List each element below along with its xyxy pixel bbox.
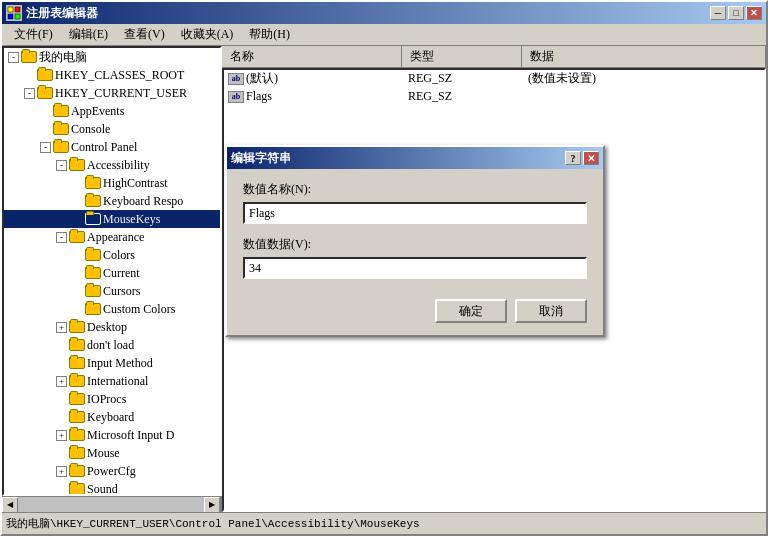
dialog-content: 数值名称(N): 数值数据(V): 确定 取消: [227, 169, 603, 335]
value-name-label: 数值名称(N):: [243, 181, 587, 198]
dialog-ok-button[interactable]: 确定: [435, 299, 507, 323]
dialog-title: 编辑字符串: [231, 150, 291, 167]
dialog-close-button[interactable]: ✕: [583, 151, 599, 165]
dialog-help-button[interactable]: ?: [565, 151, 581, 165]
dialog-title-bar: 编辑字符串 ? ✕: [227, 147, 603, 169]
dialog-overlay: 编辑字符串 ? ✕ 数值名称(N): 数值数据(V): 确定 取消: [0, 0, 768, 536]
value-data-label: 数值数据(V):: [243, 236, 587, 253]
value-data-input[interactable]: [243, 257, 587, 279]
edit-string-dialog: 编辑字符串 ? ✕ 数值名称(N): 数值数据(V): 确定 取消: [225, 145, 605, 337]
dialog-cancel-button[interactable]: 取消: [515, 299, 587, 323]
dialog-buttons: 确定 取消: [243, 299, 587, 323]
dialog-title-buttons: ? ✕: [565, 151, 599, 165]
value-name-input[interactable]: [243, 202, 587, 224]
